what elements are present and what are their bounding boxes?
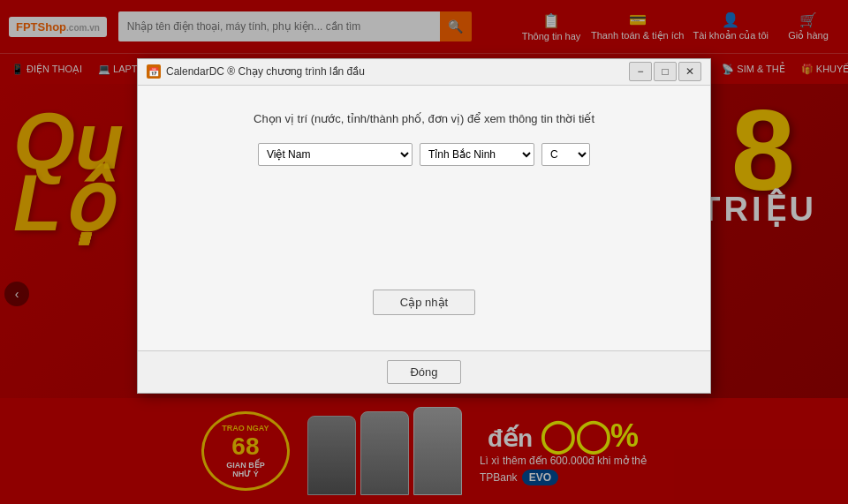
dialog-minimize-button[interactable]: − xyxy=(629,62,652,81)
update-button[interactable]: Cập nhật xyxy=(373,290,475,315)
country-select[interactable]: Việt Nam xyxy=(258,143,413,166)
dialog-footer: Đóng xyxy=(138,350,710,393)
dialog-window: 📅 CalendarDC ® Chạy chương trình lần đầu… xyxy=(137,58,711,394)
unit-select[interactable]: C F xyxy=(541,143,590,166)
province-select[interactable]: Tỉnh Bắc Ninh xyxy=(420,143,534,166)
dialog-overlay: 📅 CalendarDC ® Chạy chương trình lần đầu… xyxy=(0,0,848,504)
dialog-titlebar: 📅 CalendarDC ® Chạy chương trình lần đầu… xyxy=(138,59,710,86)
dialog-maximize-button[interactable]: □ xyxy=(654,62,677,81)
dialog-content: Chọn vị trí (nước, tỉnh/thành phố, đơn v… xyxy=(138,86,710,350)
dialog-controls: − □ ✕ xyxy=(629,62,701,81)
dialog-app-icon: 📅 xyxy=(147,64,161,79)
dialog-title: CalendarDC ® Chạy chương trình lần đầu xyxy=(166,65,624,78)
dialog-selects: Việt Nam Tỉnh Bắc Ninh C F xyxy=(258,143,590,166)
dialog-close-button[interactable]: ✕ xyxy=(678,62,701,81)
dialog-instruction-text: Chọn vị trí (nước, tỉnh/thành phố, đơn v… xyxy=(173,112,675,125)
dong-button[interactable]: Đóng xyxy=(387,360,460,384)
